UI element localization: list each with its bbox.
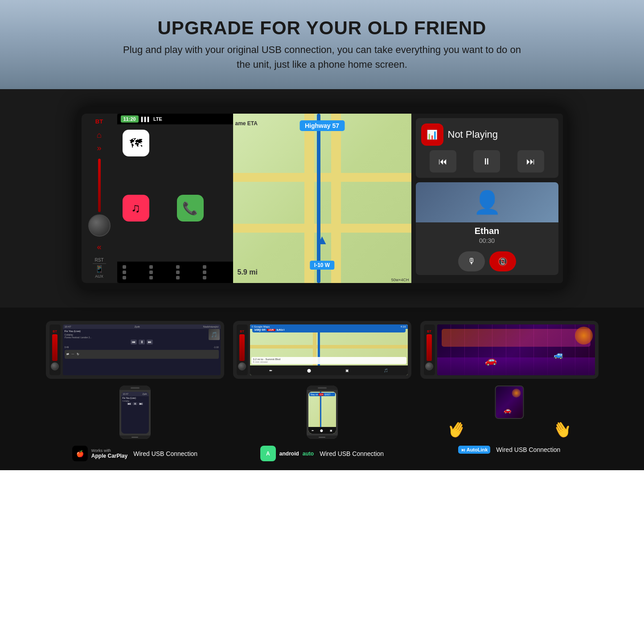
android-auto-panel: BT Stay on 10A xyxy=(233,321,411,461)
page-subtitle: Plug and play with your original USB con… xyxy=(122,42,523,72)
cp-pause-btn[interactable]: ⏸ xyxy=(139,340,145,345)
carplay-connection-type: Wired USB Connection xyxy=(133,450,197,457)
apple-carplay-text: Apple CarPlay xyxy=(91,453,127,459)
works-with-label: Works with xyxy=(91,448,127,453)
power-label: 50w×4CH xyxy=(391,278,409,282)
bottom-panels: BT 10:47 Zpět Nadcházející Fix You (Live… xyxy=(0,308,644,470)
autolink-unit: BT 🚗 🚙 xyxy=(420,321,599,379)
road-label: I-10 W xyxy=(310,261,334,270)
android-auto-text2: auto xyxy=(303,451,314,457)
call-duration: 00:30 xyxy=(479,237,495,244)
mini-left-panel-2: BT xyxy=(237,324,248,375)
cp-rewind-btn[interactable]: ⏮ xyxy=(131,340,137,345)
navigation-arrow: ▲ xyxy=(316,232,329,247)
cp-time: 10:47 xyxy=(65,325,71,328)
mini-volume-knob-2[interactable] xyxy=(238,362,246,370)
rst-label: RST xyxy=(95,258,104,263)
android-auto-unit: BT Stay on 10A xyxy=(233,321,411,379)
media-app-icon: 📊 xyxy=(421,123,443,146)
autolink-text: AutoLink xyxy=(467,447,488,452)
aa-time: 4:16 xyxy=(401,325,406,328)
distance-label: 5.9 mi xyxy=(238,268,258,276)
rewind-button[interactable]: ⏮ xyxy=(430,150,456,172)
call-actions: 🎙 📵 xyxy=(416,248,558,275)
media-status: Not Playing xyxy=(448,129,498,140)
car-unit: BT ⌂ » « RST 📱 AUX xyxy=(77,107,567,290)
cp-remaining: -1:10 xyxy=(213,346,218,349)
app-dots[interactable] xyxy=(117,262,233,283)
android-auto-mini-screen: Stay on 10A EAST 3.2 mi to · Summit Blvd… xyxy=(250,324,408,375)
media-controls: ⏮ ⏸ ⏭ xyxy=(421,150,553,172)
eta-label: ame ETA xyxy=(235,120,258,127)
caller-photo: 👤 xyxy=(416,182,558,222)
aux-label: AUX xyxy=(95,274,103,279)
apple-carplay-logo: 🍎 xyxy=(72,446,88,461)
back-icon[interactable]: « xyxy=(97,242,101,252)
page-title: UPGRADE FOR YOUR OLD FRIEND xyxy=(158,17,487,39)
side-icons: ⌂ » xyxy=(97,131,102,153)
autolink-connection-type: Wired USB Connection xyxy=(496,446,560,453)
bt-label: BT xyxy=(95,118,103,125)
fast-forward-button[interactable]: ⏭ xyxy=(517,150,544,172)
phone-icon: 📱 xyxy=(95,265,104,273)
android-connection-type: Wired USB Connection xyxy=(320,450,384,457)
carplay-panel: BT 10:47 Zpět Nadcházející Fix You (Live… xyxy=(46,321,224,461)
side-icons-bottom: « xyxy=(97,242,101,252)
main-unit-section: BT ⌂ » « RST 📱 AUX xyxy=(0,89,644,308)
main-screen: 11:20 ▌▌▌ LTE 🗺 ♫ 📞 xyxy=(117,114,563,283)
call-panel: 👤 Ethan 00:30 🎙 📵 xyxy=(416,182,558,275)
cp-forward-btn[interactable]: ⏭ xyxy=(147,340,153,345)
lte-label: LTE xyxy=(153,116,162,122)
carplay-mini-screen: 10:47 Zpět Nadcházející Fix You (Live) C… xyxy=(63,324,221,375)
app-grid: 🗺 ♫ 📞 xyxy=(117,124,233,262)
highway-banner: Highway 57 xyxy=(299,120,345,131)
android-auto-logo: A xyxy=(260,446,276,461)
hero-section: UPGRADE FOR YOUR OLD FRIEND Plug and pla… xyxy=(0,0,644,89)
app-icon-maps[interactable]: 🗺 xyxy=(123,130,149,156)
map-area[interactable]: Highway 57 ame ETA ▲ I-10 W 5.9 mi 50w×4… xyxy=(233,114,411,283)
pause-button[interactable]: ⏸ xyxy=(473,150,500,172)
audio-bars-icon: 📊 xyxy=(427,129,438,140)
mini-left-panel-1: BT xyxy=(49,324,61,375)
autolink-mini-screen: 🚗 🚙 xyxy=(437,324,595,375)
forward-icon[interactable]: » xyxy=(97,144,101,153)
carplay-phone: 10:47Zpět Fix You (Live) Coldplay ⏮ ⏸ ⏭ xyxy=(119,386,151,439)
caller-name: Ethan xyxy=(475,226,500,236)
cp-elapsed: 3:49 xyxy=(65,346,69,349)
cp-next-label: Nadcházející xyxy=(203,325,219,328)
carplay-unit: BT 10:47 Zpět Nadcházející Fix You (Live… xyxy=(46,321,224,379)
autolink-logo: ⏯ AutoLink xyxy=(458,446,491,454)
left-control-panel: BT ⌂ » « RST 📱 AUX xyxy=(82,114,117,283)
mini-volume-knob-3[interactable] xyxy=(425,362,433,370)
app-icon-music[interactable]: ♫ xyxy=(123,195,149,222)
android-phone: Stay on 10A EAST ⬅ ⬤ ▣ xyxy=(307,386,338,439)
app-icon-phone[interactable]: 📞 xyxy=(177,195,204,222)
autolink-panel: BT 🚗 🚙 xyxy=(420,321,599,461)
screen-left-panel: 11:20 ▌▌▌ LTE 🗺 ♫ 📞 xyxy=(117,114,233,283)
home-icon[interactable]: ⌂ xyxy=(97,131,102,140)
volume-knob[interactable] xyxy=(88,214,111,237)
autolink-connection-info: ⏯ AutoLink Wired USB Connection xyxy=(458,446,561,454)
nav-speed: 6 min slower xyxy=(253,361,405,363)
hangup-button[interactable]: 📵 xyxy=(489,251,516,271)
cp-song: Fix You (Live) xyxy=(63,329,221,333)
screen-right-panel: 📊 Not Playing ⏮ ⏸ ⏭ 👤 Ethan 00:3 xyxy=(411,114,563,283)
status-time: 11:20 xyxy=(121,115,139,123)
mute-button[interactable]: 🎙 xyxy=(458,251,485,271)
mini-left-panel-3: BT xyxy=(424,324,435,375)
cp-shuffle-bar: ⇄ ··· ↻ xyxy=(65,350,219,359)
call-info: Ethan 00:30 xyxy=(416,222,558,248)
carplay-connection-info: 🍎 Works with Apple CarPlay Wired USB Con… xyxy=(72,446,197,461)
mini-volume-knob-1[interactable] xyxy=(51,362,59,370)
android-connection-info: A android auto Wired USB Connection xyxy=(260,446,384,461)
android-auto-text: android xyxy=(279,451,299,457)
cp-back: Zpět xyxy=(135,325,140,328)
signal-icon: ▌▌▌ xyxy=(141,117,151,122)
media-panel: 📊 Not Playing ⏮ ⏸ ⏭ xyxy=(416,118,558,178)
status-bar: 11:20 ▌▌▌ LTE xyxy=(117,114,233,124)
